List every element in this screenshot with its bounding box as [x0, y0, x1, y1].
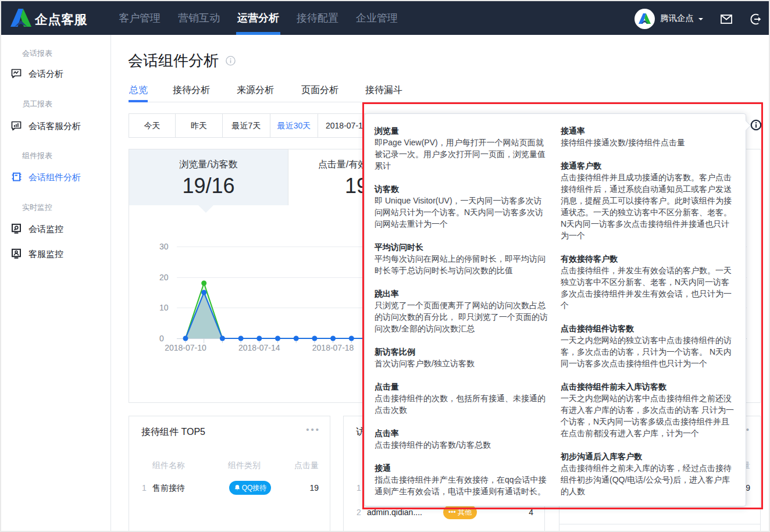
svg-text:2018-07-10: 2018-07-10: [165, 343, 206, 352]
svg-text:2018-07-18: 2018-07-18: [312, 343, 354, 352]
svg-text:30: 30: [159, 242, 169, 251]
svg-text:10: 10: [159, 303, 169, 312]
svg-text:0: 0: [159, 334, 164, 343]
svg-text:20: 20: [159, 273, 169, 282]
svg-text:2018-07-14: 2018-07-14: [238, 343, 280, 352]
